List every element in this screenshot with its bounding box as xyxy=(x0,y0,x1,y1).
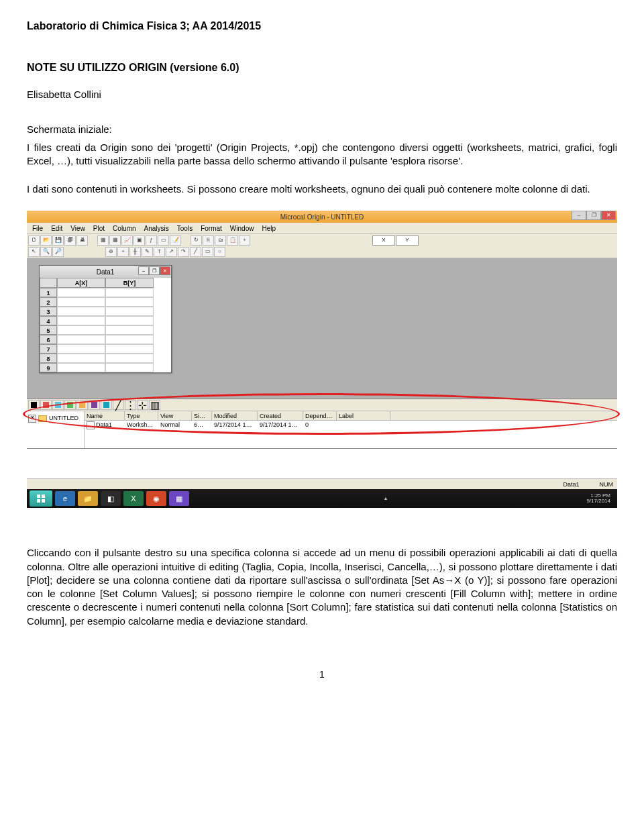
plot-line-button[interactable]: ╱ xyxy=(113,400,124,410)
pe-hdr-view[interactable]: View xyxy=(158,411,192,421)
col-b-header[interactable]: B[Y] xyxy=(105,278,154,288)
taskbar-excel-icon[interactable]: X xyxy=(123,491,144,506)
ws-maximize-button[interactable]: ❐ xyxy=(149,266,160,275)
pointer-tool[interactable]: ↖ xyxy=(28,247,40,257)
menu-column[interactable]: Column xyxy=(109,223,140,233)
pe-close-icon[interactable]: ✕ xyxy=(28,415,36,423)
zoom-in-tool[interactable]: 🔍 xyxy=(40,247,52,257)
row-header[interactable]: 4 xyxy=(40,316,57,325)
pe-hdr-type[interactable]: Type xyxy=(125,411,158,421)
new-notes-button[interactable]: 📝 xyxy=(170,236,181,246)
taskbar-explorer-icon[interactable]: 📁 xyxy=(78,491,98,506)
worksheet-grid[interactable]: A[X] B[Y] 1 2 3 4 5 6 7 8 9 xyxy=(40,278,171,372)
cell[interactable] xyxy=(105,335,154,344)
pe-tree[interactable]: ✕ UNTITLED xyxy=(27,411,85,448)
menu-help[interactable]: Help xyxy=(258,223,280,233)
ws-minimize-button[interactable]: – xyxy=(138,266,149,275)
cell[interactable] xyxy=(105,344,154,354)
rect-tool[interactable]: ▭ xyxy=(202,247,213,257)
row-header[interactable]: 7 xyxy=(40,344,57,354)
pe-hdr-label[interactable]: Label xyxy=(337,411,390,421)
color-swatch[interactable] xyxy=(76,400,88,410)
text-tool[interactable]: T xyxy=(154,247,165,257)
worksheet-window[interactable]: Data1 – ❐ ✕ A[X] B[Y] 1 2 3 4 5 6 xyxy=(39,265,172,373)
cell[interactable] xyxy=(105,325,154,335)
menu-view[interactable]: View xyxy=(66,223,89,233)
pe-hdr-modified[interactable]: Modified xyxy=(212,411,258,421)
taskbar-origin-icon[interactable]: ▦ xyxy=(169,491,189,506)
close-button[interactable]: ✕ xyxy=(601,211,616,220)
menu-plot[interactable]: Plot xyxy=(89,223,109,233)
pe-hdr-name[interactable]: Name xyxy=(85,411,125,421)
open-button[interactable]: 📂 xyxy=(40,236,52,246)
cell[interactable] xyxy=(57,363,105,372)
print-button[interactable]: 🖶 xyxy=(76,236,88,246)
row-header[interactable]: 1 xyxy=(40,288,57,297)
duplicate-button[interactable]: ⎘ xyxy=(203,236,214,246)
pe-hdr-depend[interactable]: Depend… xyxy=(303,411,337,421)
new-graph-button[interactable]: 📈 xyxy=(121,236,133,246)
ws-close-button[interactable]: ✕ xyxy=(160,266,170,275)
row-header[interactable]: 9 xyxy=(40,363,57,372)
new-function-button[interactable]: ƒ xyxy=(146,236,157,246)
row-header[interactable]: 6 xyxy=(40,335,57,344)
pe-hdr-created[interactable]: Created xyxy=(258,411,303,421)
menu-window[interactable]: Window xyxy=(226,223,258,233)
template-button[interactable]: 🗐 xyxy=(64,236,76,246)
cell[interactable] xyxy=(105,297,154,307)
color-swatch[interactable] xyxy=(89,400,100,410)
taskbar-clock[interactable]: 1:25 PM 9/17/2014 xyxy=(586,493,614,505)
cell[interactable] xyxy=(105,307,154,316)
color-swatch[interactable] xyxy=(28,400,40,410)
pe-hdr-size[interactable]: Si… xyxy=(192,411,212,421)
cell[interactable] xyxy=(57,288,105,297)
start-button[interactable] xyxy=(30,490,52,507)
new-button[interactable]: 🗋 xyxy=(28,236,40,246)
row-header[interactable]: 3 xyxy=(40,307,57,316)
new-matrix-button[interactable]: ▣ xyxy=(133,236,145,246)
tray-expand-icon[interactable]: ▴ xyxy=(384,495,387,503)
data-selector-tool[interactable]: ╫ xyxy=(129,247,141,257)
minimize-button[interactable]: – xyxy=(572,211,586,220)
maximize-button[interactable]: ❐ xyxy=(586,211,601,220)
new-layout-button[interactable]: ▭ xyxy=(158,236,169,246)
plot-scatter-button[interactable]: ⋮ xyxy=(125,400,136,410)
menu-format[interactable]: Format xyxy=(197,223,226,233)
results-log-button[interactable]: 📋 xyxy=(227,236,238,246)
menu-file[interactable]: File xyxy=(28,223,47,233)
menu-tools[interactable]: Tools xyxy=(173,223,197,233)
cell[interactable] xyxy=(57,335,105,344)
row-header[interactable]: 2 xyxy=(40,297,57,307)
cell[interactable] xyxy=(105,363,154,372)
menu-analysis[interactable]: Analysis xyxy=(140,223,173,233)
cell[interactable] xyxy=(57,316,105,325)
row-header[interactable]: 8 xyxy=(40,354,57,363)
cell[interactable] xyxy=(57,307,105,316)
plot-bar-button[interactable]: ▥ xyxy=(149,400,160,410)
new-worksheet-button[interactable]: ▦ xyxy=(97,236,109,246)
pe-root-label[interactable]: UNTITLED xyxy=(49,414,78,422)
new-excel-button[interactable]: ▦ xyxy=(109,236,121,246)
screen-reader-tool[interactable]: ⊕ xyxy=(105,247,117,257)
cell[interactable] xyxy=(105,354,154,363)
taskbar-ie-icon[interactable]: e xyxy=(55,491,75,506)
cell[interactable] xyxy=(57,344,105,354)
draw-data-tool[interactable]: ✎ xyxy=(142,247,153,257)
zoom-out-tool[interactable]: 🔎 xyxy=(52,247,64,257)
titlebar[interactable]: Microcal Origin - UNTITLED – ❐ ✕ xyxy=(27,211,617,223)
color-swatch[interactable] xyxy=(101,400,112,410)
circle-tool[interactable]: ○ xyxy=(214,247,225,257)
curved-arrow-tool[interactable]: ↷ xyxy=(178,247,189,257)
worksheet-titlebar[interactable]: Data1 – ❐ ✕ xyxy=(40,266,171,278)
taskbar-app-icon[interactable]: ◧ xyxy=(101,491,121,506)
pe-row[interactable]: Data1 Worksh… Normal 6… 9/17/2014 1… 9/1… xyxy=(85,421,617,429)
cell[interactable] xyxy=(57,325,105,335)
line-tool[interactable]: ╱ xyxy=(190,247,201,257)
menu-edit[interactable]: Edit xyxy=(47,223,66,233)
arrow-tool[interactable]: ↗ xyxy=(166,247,177,257)
taskbar-app-icon[interactable]: ◉ xyxy=(146,491,166,506)
color-swatch[interactable] xyxy=(64,400,76,410)
plot-lineplus-button[interactable]: ⊹ xyxy=(137,400,148,410)
save-button[interactable]: 💾 xyxy=(52,236,64,246)
cell[interactable] xyxy=(57,354,105,363)
